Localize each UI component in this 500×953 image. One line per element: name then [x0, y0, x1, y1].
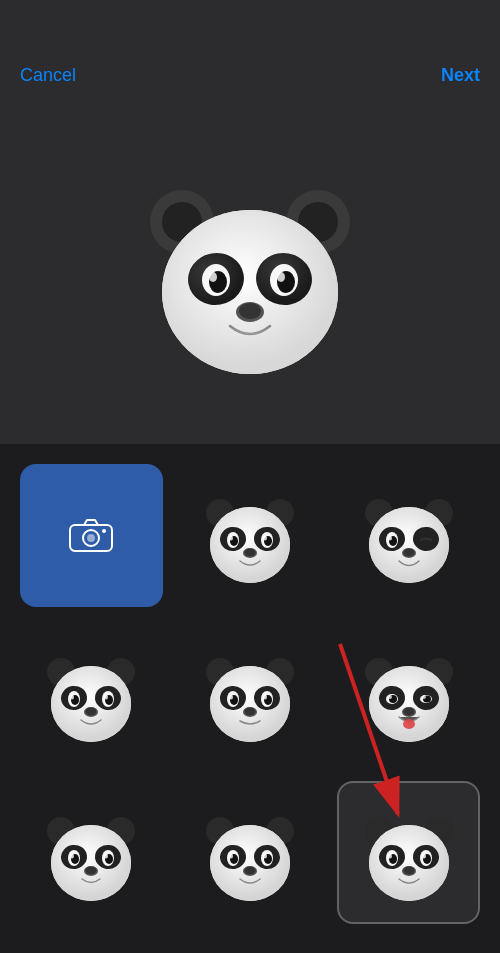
- svg-point-18: [87, 534, 95, 542]
- panda-cell-1[interactable]: [179, 464, 322, 607]
- svg-point-115: [244, 866, 255, 874]
- svg-point-42: [388, 536, 392, 541]
- svg-point-44: [403, 549, 414, 557]
- svg-point-83: [388, 695, 392, 699]
- svg-point-13: [277, 272, 285, 282]
- svg-point-56: [104, 695, 108, 700]
- navigation-bar: Cancel Next: [0, 0, 500, 104]
- svg-point-86: [403, 708, 414, 716]
- panda-emoji-1: [200, 485, 300, 585]
- svg-point-99: [104, 853, 108, 858]
- panda-cell-7[interactable]: [179, 781, 322, 924]
- panda-cell-4[interactable]: [179, 623, 322, 766]
- emoji-grid-area: [0, 444, 500, 953]
- svg-point-70: [263, 695, 267, 700]
- svg-point-12: [209, 272, 217, 282]
- svg-point-30: [229, 536, 233, 541]
- panda-cell-8-selected[interactable]: [337, 781, 480, 924]
- panda-emoji-4: [200, 644, 300, 744]
- panda-emoji-3: [41, 644, 141, 744]
- panda-cell-6[interactable]: [20, 781, 163, 924]
- svg-point-58: [86, 708, 97, 716]
- panda-cell-3[interactable]: [20, 623, 163, 766]
- panda-emoji-7: [200, 803, 300, 903]
- next-button[interactable]: Next: [441, 65, 480, 86]
- svg-point-69: [229, 695, 233, 700]
- svg-point-113: [263, 853, 267, 858]
- svg-point-84: [422, 695, 426, 699]
- svg-point-72: [244, 708, 255, 716]
- panda-cell-2[interactable]: [337, 464, 480, 607]
- svg-point-87: [403, 719, 415, 729]
- camera-cell[interactable]: [20, 464, 163, 607]
- svg-point-19: [102, 529, 106, 533]
- svg-point-5: [162, 210, 338, 374]
- svg-point-15: [239, 303, 261, 319]
- preview-area: [0, 104, 500, 444]
- camera-icon: [69, 517, 113, 553]
- svg-point-129: [403, 866, 414, 874]
- svg-point-55: [70, 695, 74, 700]
- cancel-button[interactable]: Cancel: [20, 65, 76, 86]
- svg-point-33: [244, 549, 255, 557]
- svg-point-126: [388, 853, 392, 858]
- svg-point-98: [70, 853, 74, 858]
- panda-emoji-2: [359, 485, 459, 585]
- panda-cell-5[interactable]: [337, 623, 480, 766]
- svg-point-31: [263, 536, 267, 541]
- emoji-grid: [20, 464, 480, 924]
- panda-emoji-8: [359, 803, 459, 903]
- svg-point-101: [86, 866, 97, 874]
- panda-preview-large: [140, 164, 360, 384]
- svg-point-127: [422, 853, 426, 858]
- svg-point-112: [229, 853, 233, 858]
- panda-emoji-5: [359, 644, 459, 744]
- panda-emoji-6: [41, 803, 141, 903]
